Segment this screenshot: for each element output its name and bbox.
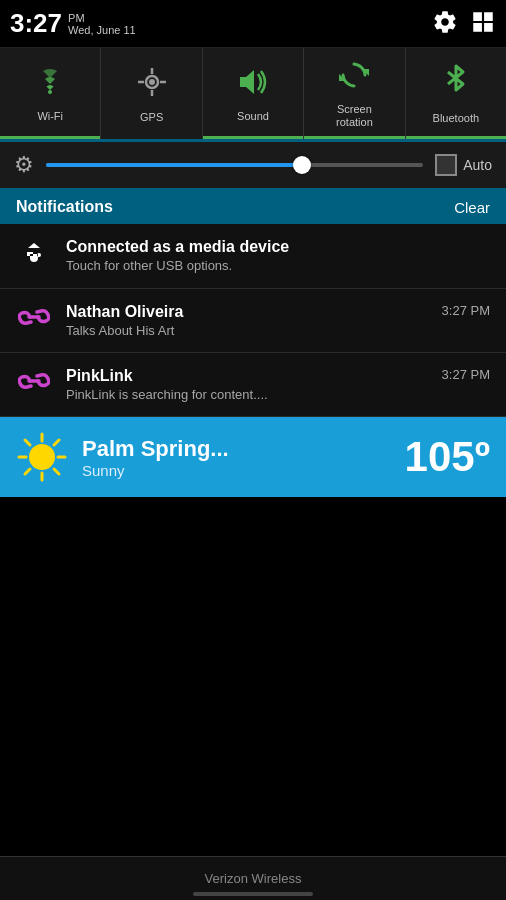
- svg-point-0: [48, 90, 52, 94]
- auto-checkbox[interactable]: [435, 154, 457, 176]
- grid-icon[interactable]: [470, 9, 496, 39]
- link-icon-nathan: [18, 305, 50, 335]
- svg-line-19: [54, 440, 59, 445]
- nathan-notification-subtitle: Talks About His Art: [66, 323, 428, 338]
- nathan-icon-wrap: [16, 305, 52, 335]
- weather-content: Palm Spring... Sunny: [82, 436, 391, 479]
- brightness-slider[interactable]: [46, 163, 423, 167]
- quick-toggles: Wi-Fi GPS Sound: [0, 48, 506, 142]
- link-icon-pinklink: [18, 369, 50, 399]
- usb-icon-wrap: [16, 240, 52, 274]
- notifications-header: Notifications Clear: [0, 190, 506, 224]
- svg-line-20: [25, 469, 30, 474]
- pinklink-notification-time: 3:27 PM: [442, 367, 490, 382]
- bluetooth-icon: [443, 64, 469, 106]
- status-time: 3:27: [10, 8, 62, 39]
- carrier-label: Verizon Wireless: [205, 871, 302, 886]
- clear-button[interactable]: Clear: [454, 199, 490, 216]
- brightness-thumb[interactable]: [293, 156, 311, 174]
- notification-pinklink[interactable]: PinkLink PinkLink is searching for conte…: [0, 353, 506, 417]
- toggle-gps[interactable]: GPS: [101, 48, 202, 139]
- notification-nathan[interactable]: Nathan Oliveira Talks About His Art 3:27…: [0, 289, 506, 353]
- sun-icon: [16, 431, 68, 483]
- notifications-title: Notifications: [16, 198, 113, 216]
- auto-brightness[interactable]: Auto: [435, 154, 492, 176]
- nathan-notification-time: 3:27 PM: [442, 303, 490, 318]
- notification-list: Connected as a media device Touch for ot…: [0, 224, 506, 497]
- toggle-bluetooth[interactable]: Bluetooth: [406, 48, 506, 139]
- notification-weather[interactable]: Palm Spring... Sunny 105º: [0, 417, 506, 497]
- screen-rotation-icon: [337, 60, 371, 97]
- status-ampm-date: PM Wed, June 11: [68, 12, 136, 36]
- gps-icon: [136, 66, 168, 105]
- pinklink-notification-content: PinkLink PinkLink is searching for conte…: [66, 367, 428, 402]
- nathan-notification-content: Nathan Oliveira Talks About His Art: [66, 303, 428, 338]
- wifi-icon: [32, 67, 68, 104]
- bottom-indicator: [193, 892, 313, 896]
- weather-condition: Sunny: [82, 462, 391, 479]
- wifi-label: Wi-Fi: [37, 110, 63, 123]
- svg-line-17: [25, 440, 30, 445]
- usb-notification-content: Connected as a media device Touch for ot…: [66, 238, 490, 273]
- usb-notification-subtitle: Touch for other USB options.: [66, 258, 490, 273]
- status-ampm: PM: [68, 12, 136, 24]
- sound-icon: [236, 67, 270, 104]
- status-date: Wed, June 11: [68, 24, 136, 36]
- svg-point-12: [29, 444, 55, 470]
- pinklink-notification-title: PinkLink: [66, 367, 428, 385]
- brightness-fill: [46, 163, 302, 167]
- screen-rotation-label: Screenrotation: [336, 103, 373, 129]
- status-icons: [432, 9, 496, 39]
- sound-label: Sound: [237, 110, 269, 123]
- auto-label: Auto: [463, 157, 492, 173]
- status-bar: 3:27 PM Wed, June 11: [0, 0, 506, 48]
- toggle-screen-rotation[interactable]: Screenrotation: [304, 48, 405, 139]
- pinklink-notification-subtitle: PinkLink is searching for content....: [66, 387, 428, 402]
- svg-point-6: [149, 79, 155, 85]
- brightness-bar: ⚙ Auto: [0, 142, 506, 190]
- pinklink-icon-wrap: [16, 369, 52, 399]
- bottom-bar: Verizon Wireless: [0, 856, 506, 900]
- usb-notification-title: Connected as a media device: [66, 238, 490, 256]
- brightness-icon: ⚙: [14, 152, 34, 178]
- nathan-notification-title: Nathan Oliveira: [66, 303, 428, 321]
- gps-label: GPS: [140, 111, 163, 124]
- weather-city: Palm Spring...: [82, 436, 391, 462]
- svg-line-18: [54, 469, 59, 474]
- notification-usb[interactable]: Connected as a media device Touch for ot…: [0, 224, 506, 289]
- usb-icon: [20, 240, 48, 274]
- weather-temp: 105º: [405, 433, 490, 481]
- toggle-sound[interactable]: Sound: [203, 48, 304, 139]
- settings-icon[interactable]: [432, 9, 458, 39]
- svg-marker-7: [240, 70, 254, 94]
- toggle-wifi[interactable]: Wi-Fi: [0, 48, 101, 139]
- bluetooth-label: Bluetooth: [433, 112, 479, 125]
